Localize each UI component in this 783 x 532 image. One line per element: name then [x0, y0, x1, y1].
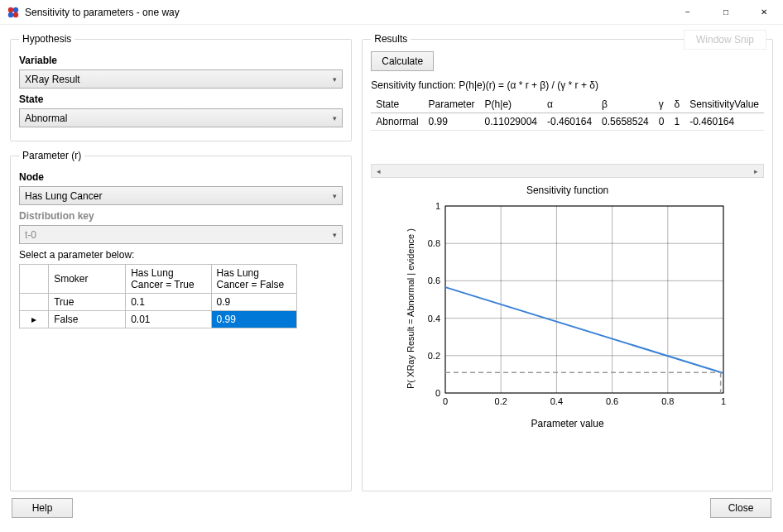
svg-point-0: [8, 7, 13, 12]
cell: -0.460164: [685, 113, 764, 131]
chevron-down-icon: ▾: [333, 192, 337, 200]
table-row[interactable]: ▸ False 0.01 0.99: [20, 311, 297, 328]
chevron-down-icon: ▾: [333, 75, 337, 84]
distkey-combo: t-0 ▾: [19, 225, 343, 244]
cell: 1: [669, 113, 685, 131]
svg-text:0.2: 0.2: [427, 351, 440, 361]
right-panel: Results Calculate Sensitivity function: …: [362, 33, 773, 491]
svg-text:0.4: 0.4: [427, 314, 440, 324]
svg-text:0.6: 0.6: [427, 276, 440, 285]
chart-xlabel: Parameter value: [531, 418, 604, 429]
cell[interactable]: 0.01: [126, 311, 211, 328]
col-hlc-false: Has Lung Cancer = False: [211, 265, 296, 294]
table-row[interactable]: True 0.1 0.9: [20, 294, 297, 311]
results-row[interactable]: Abnormal 0.99 0.11029004 -0.460164 0.565…: [371, 113, 764, 131]
sensitivity-function-text: Sensitivity function: P(h|e)(r) = (α * r…: [371, 79, 764, 91]
row-header-blank: [20, 265, 49, 294]
scroll-left-icon[interactable]: ◂: [372, 165, 386, 177]
variable-label: Variable: [19, 55, 343, 66]
node-label: Node: [19, 171, 343, 183]
chart-ylabel: P( XRay Result = Abnormal | evidence ): [404, 201, 417, 416]
bottom-bar: Help Close: [0, 495, 783, 528]
col-parameter: Parameter: [424, 96, 480, 113]
parameter-table: Smoker Has Lung Cancer = True Has Lung C…: [19, 264, 297, 328]
titlebar: Sensitivity to parameters - one way − □ …: [0, 0, 783, 25]
state-label: State: [19, 93, 343, 105]
cell: 0.11029004: [480, 113, 542, 131]
cell[interactable]: 0.1: [126, 294, 211, 311]
table-header-row: Smoker Has Lung Cancer = True Has Lung C…: [20, 265, 297, 294]
cell: -0.460164: [542, 113, 597, 131]
col-gamma: γ: [654, 96, 670, 113]
chevron-down-icon: ▾: [333, 231, 337, 239]
results-legend: Results: [371, 33, 411, 45]
svg-text:0.4: 0.4: [550, 396, 562, 406]
variable-combo[interactable]: XRay Result ▾: [19, 69, 343, 89]
cell: 0.5658524: [597, 113, 654, 131]
col-sensval: SensitivityValue: [685, 96, 764, 113]
cell[interactable]: True: [49, 294, 126, 311]
select-parameter-prompt: Select a parameter below:: [19, 249, 343, 261]
hypothesis-group: Hypothesis Variable XRay Result ▾ State …: [10, 33, 352, 141]
maximize-button[interactable]: □: [707, 0, 745, 25]
close-window-button[interactable]: ✕: [745, 0, 783, 25]
window-title: Sensitivity to parameters - one way: [25, 7, 669, 18]
results-header-row: State Parameter P(h|e) α β γ δ Sensitivi…: [371, 96, 764, 113]
svg-point-2: [8, 12, 13, 17]
svg-text:0: 0: [435, 388, 440, 398]
svg-point-3: [13, 12, 18, 17]
calculate-button[interactable]: Calculate: [371, 51, 434, 71]
svg-text:0.8: 0.8: [427, 238, 440, 248]
cell[interactable]: False: [49, 311, 126, 328]
cell-selected[interactable]: 0.99: [211, 311, 296, 328]
chart-area: Sensitivity function P( XRay Result = Ab…: [371, 178, 764, 482]
svg-text:0.6: 0.6: [606, 396, 618, 406]
col-phe: P(h|e): [480, 96, 542, 113]
col-alpha: α: [542, 96, 597, 113]
results-group: Results Calculate Sensitivity function: …: [362, 33, 773, 491]
col-delta: δ: [669, 96, 685, 113]
left-panel: Hypothesis Variable XRay Result ▾ State …: [10, 33, 352, 491]
node-value: Has Lung Cancer: [25, 190, 102, 202]
node-combo[interactable]: Has Lung Cancer ▾: [19, 186, 343, 205]
horizontal-scrollbar[interactable]: ◂ ▸: [371, 164, 764, 178]
svg-text:1: 1: [435, 201, 440, 211]
scroll-right-icon[interactable]: ▸: [749, 165, 763, 177]
svg-text:0: 0: [443, 396, 448, 406]
parameter-legend: Parameter (r): [19, 150, 84, 161]
col-state: State: [371, 96, 423, 113]
results-table: State Parameter P(h|e) α β γ δ Sensitivi…: [371, 96, 764, 131]
cell: 0: [654, 113, 670, 131]
distkey-value: t-0: [25, 229, 36, 241]
state-combo[interactable]: Abnormal ▾: [19, 108, 343, 127]
chevron-down-icon: ▾: [333, 114, 337, 122]
window-snip-ghost: Window Snip: [684, 30, 766, 50]
close-button[interactable]: Close: [710, 498, 771, 518]
svg-text:1: 1: [721, 396, 726, 406]
help-button[interactable]: Help: [12, 498, 73, 518]
variable-value: XRay Result: [25, 74, 80, 85]
sensitivity-chart: 00.20.40.60.8100.20.40.60.81: [417, 201, 732, 416]
svg-text:0.2: 0.2: [494, 396, 507, 406]
row-marker: [20, 294, 49, 311]
cell: Abnormal: [371, 113, 423, 131]
svg-point-1: [13, 7, 18, 12]
row-marker: ▸: [20, 311, 49, 328]
hypothesis-legend: Hypothesis: [19, 33, 74, 45]
col-smoker: Smoker: [49, 265, 126, 294]
distkey-label: Distribution key: [19, 210, 343, 222]
svg-text:0.8: 0.8: [661, 396, 674, 406]
chart-title: Sensitivity function: [526, 185, 608, 196]
col-beta: β: [597, 96, 654, 113]
cell: 0.99: [424, 113, 480, 131]
minimize-button[interactable]: −: [669, 0, 707, 25]
app-icon: [7, 6, 20, 19]
col-hlc-true: Has Lung Cancer = True: [126, 265, 211, 294]
parameter-group: Parameter (r) Node Has Lung Cancer ▾ Dis…: [10, 150, 352, 491]
cell[interactable]: 0.9: [211, 294, 296, 311]
state-value: Abnormal: [25, 113, 67, 124]
